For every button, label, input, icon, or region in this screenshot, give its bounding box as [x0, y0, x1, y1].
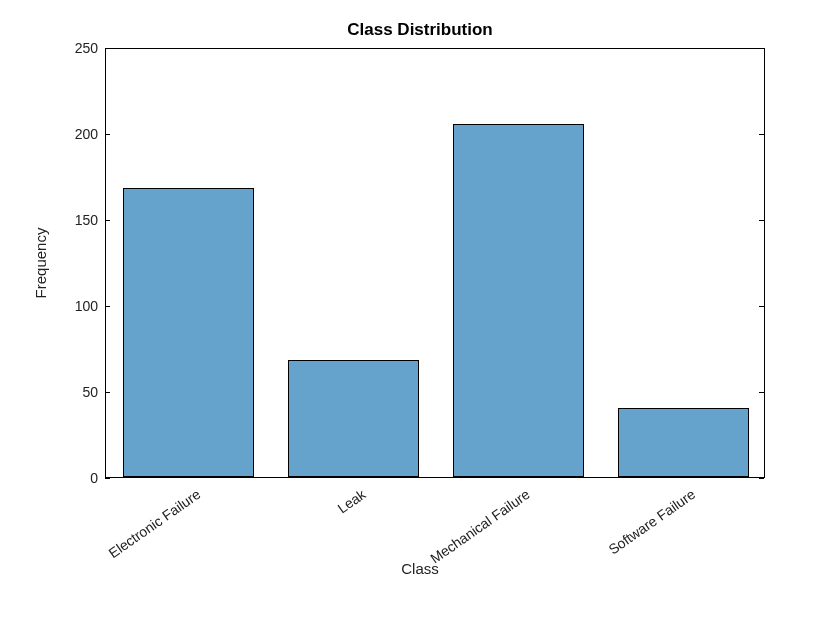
ytick-label: 100 [0, 299, 98, 313]
xtick-label: Software Failure [605, 486, 698, 558]
chart-container: Class Distribution Frequency 05010015020… [0, 0, 840, 630]
ytick-label: 0 [0, 471, 98, 485]
ytick-mark [759, 478, 764, 479]
bar [618, 408, 748, 477]
xtick-label: Electronic Failure [105, 486, 203, 561]
ytick-label: 50 [0, 385, 98, 399]
ytick-mark [105, 478, 110, 479]
bar [123, 188, 253, 477]
ytick-label: 150 [0, 213, 98, 227]
chart-title: Class Distribution [0, 20, 840, 40]
ytick-label: 250 [0, 41, 98, 55]
x-axis-label: Class [0, 560, 840, 577]
y-axis-label: Frequency [32, 228, 49, 299]
xtick-label: Leak [334, 486, 368, 517]
bar [453, 124, 583, 477]
bar [288, 360, 418, 477]
plot-area [105, 48, 765, 478]
xtick-label: Mechanical Failure [427, 486, 532, 567]
ytick-label: 200 [0, 127, 98, 141]
